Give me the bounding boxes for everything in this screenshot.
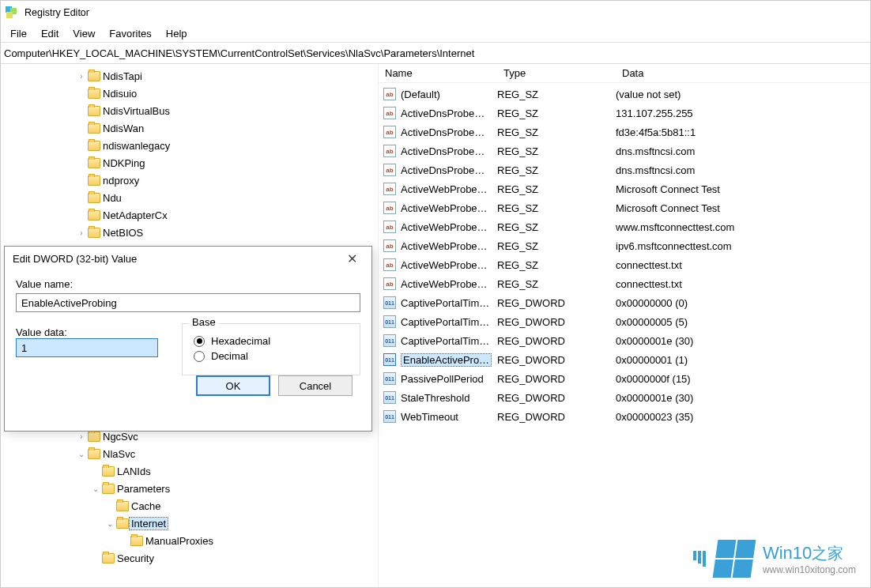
value-row[interactable]: abActiveWebProbe…REG_SZwww.msftconnectte… [379, 217, 870, 236]
ok-button[interactable]: OK [196, 375, 270, 396]
menu-help[interactable]: Help [160, 26, 194, 41]
value-type: REG_DWORD [497, 297, 616, 309]
value-row[interactable]: StaleThresholdREG_DWORD0x0000001e (30) [379, 388, 870, 407]
tree-item[interactable]: ›NetBIOS [1, 224, 378, 241]
tree-item[interactable]: ›ndproxy [1, 172, 378, 189]
value-data: dns.msftncsi.com [616, 164, 870, 176]
menu-edit[interactable]: Edit [35, 26, 65, 41]
tree-item[interactable]: ⌄NlaSvc [1, 445, 378, 462]
value-row[interactable]: abActiveDnsProbe…REG_SZ131.107.255.255 [379, 104, 870, 122]
tree-item[interactable]: ›LANIds [1, 462, 378, 480]
value-type: REG_DWORD [497, 392, 616, 404]
value-row[interactable]: abActiveDnsProbe…REG_SZdns.msftncsi.com [379, 160, 870, 179]
chevron-down-icon[interactable]: ⌄ [89, 484, 102, 493]
value-row[interactable]: abActiveWebProbe…REG_SZconnecttest.txt [379, 255, 870, 274]
base-groupbox: Base Hexadecimal Decimal [182, 323, 360, 375]
value-data: connecttest.txt [616, 259, 870, 271]
tree-item[interactable]: ›NdisTapi [1, 67, 378, 85]
chevron-down-icon[interactable]: ⌄ [104, 519, 116, 528]
value-row[interactable]: abActiveDnsProbe…REG_SZfd3e:4f5a:5b81::1 [379, 122, 870, 141]
value-data: 0x00000000 (0) [616, 297, 870, 309]
radio-hexadecimal[interactable]: Hexadecimal [194, 335, 349, 347]
value-data: ipv6.msftconnecttest.com [616, 240, 870, 252]
header-name[interactable]: Name [379, 67, 497, 79]
value-name: ActiveDnsProbe… [401, 145, 485, 157]
value-data-input[interactable] [16, 338, 158, 357]
value-name: PassivePollPeriod [401, 373, 484, 385]
tree-item[interactable]: ›ManualProxies [1, 532, 378, 549]
radio-dec-label: Decimal [211, 350, 248, 362]
value-data: www.msftconnecttest.com [616, 221, 870, 233]
address-path: Computer\HKEY_LOCAL_MACHINE\SYSTEM\Curre… [4, 47, 474, 59]
value-type: REG_SZ [497, 221, 616, 233]
value-type: REG_DWORD [497, 373, 616, 385]
value-type: REG_DWORD [497, 354, 616, 366]
tree-item-label: Parameters [115, 482, 172, 496]
value-type: REG_SZ [497, 145, 616, 157]
value-row[interactable]: CaptivePortalTim…REG_DWORD0x0000001e (30… [379, 331, 870, 350]
value-type: REG_SZ [497, 240, 616, 252]
folder-icon [116, 501, 129, 511]
folder-icon [88, 193, 100, 203]
watermark-brand-zh: 之家 [812, 545, 843, 562]
tree-item[interactable]: ›Ndu [1, 189, 378, 206]
reg-sz-icon: ab [383, 164, 396, 176]
value-name: CaptivePortalTim… [401, 316, 489, 328]
folder-icon [88, 175, 100, 186]
radio-decimal[interactable]: Decimal [194, 350, 349, 362]
value-row[interactable]: abActiveDnsProbe…REG_SZdns.msftncsi.com [379, 141, 870, 160]
edit-dword-dialog: Edit DWORD (32-bit) Value ✕ Value name: … [4, 246, 372, 432]
tree-item-label: ManualProxies [143, 534, 216, 548]
address-bar[interactable]: Computer\HKEY_LOCAL_MACHINE\SYSTEM\Curre… [1, 42, 870, 64]
value-row[interactable]: CaptivePortalTim…REG_DWORD0x00000000 (0) [379, 293, 870, 312]
tree-item[interactable]: ⌄Internet [1, 514, 378, 532]
tree-item[interactable]: ›NdisWan [1, 119, 378, 137]
value-row[interactable]: EnableActivePro…REG_DWORD0x00000001 (1) [379, 350, 870, 369]
value-name: ActiveDnsProbe… [401, 107, 485, 119]
reg-dword-icon [383, 372, 396, 385]
reg-dword-icon [383, 334, 396, 347]
value-data: 0x0000001e (30) [616, 335, 870, 347]
value-row[interactable]: abActiveWebProbe…REG_SZconnecttest.txt [379, 274, 870, 293]
value-name-input[interactable] [16, 293, 360, 312]
value-row[interactable]: PassivePollPeriodREG_DWORD0x0000000f (15… [379, 369, 870, 388]
value-type: REG_DWORD [497, 411, 616, 423]
value-row[interactable]: abActiveWebProbe…REG_SZMicrosoft Connect… [379, 179, 870, 198]
value-row[interactable]: abActiveWebProbe…REG_SZipv6.msftconnectt… [379, 236, 870, 255]
chevron-down-icon[interactable]: ⌄ [75, 450, 88, 458]
value-type: REG_SZ [497, 259, 616, 271]
tree-item-label: Ndu [100, 191, 124, 205]
watermark-brand: Win10 [763, 543, 812, 563]
tree-item[interactable]: ⌄Parameters [1, 480, 378, 497]
value-name: CaptivePortalTim… [401, 297, 489, 309]
value-name: ActiveWebProbe… [401, 221, 488, 233]
chevron-right-icon[interactable]: › [75, 432, 88, 441]
cancel-button[interactable]: Cancel [278, 375, 353, 396]
menu-favorites[interactable]: Favorites [103, 26, 157, 41]
value-data: 0x0000000f (15) [616, 373, 870, 385]
value-row[interactable]: ab(Default)REG_SZ(value not set) [379, 85, 870, 104]
value-row[interactable]: CaptivePortalTim…REG_DWORD0x00000005 (5) [379, 312, 870, 331]
header-data[interactable]: Data [616, 67, 870, 79]
value-row[interactable]: abActiveWebProbe…REG_SZMicrosoft Connect… [379, 198, 870, 217]
folder-icon [88, 141, 100, 151]
tree-item[interactable]: ›Security [1, 549, 378, 567]
dialog-close-button[interactable]: ✕ [341, 250, 364, 268]
value-row[interactable]: WebTimeoutREG_DWORD0x00000023 (35) [379, 407, 870, 426]
menu-view[interactable]: View [66, 26, 101, 41]
header-type[interactable]: Type [497, 67, 616, 79]
tree-item[interactable]: ›NdisVirtualBus [1, 102, 378, 119]
chevron-right-icon[interactable]: › [75, 228, 88, 237]
value-name: CaptivePortalTim… [401, 335, 489, 347]
tree-item[interactable]: ›Ndisuio [1, 85, 378, 102]
folder-icon [116, 518, 129, 529]
tree-item[interactable]: ›NetAdapterCx [1, 206, 378, 224]
menu-file[interactable]: File [4, 26, 33, 41]
value-name: (Default) [401, 89, 440, 100]
tree-item[interactable]: ›ndiswanlegacy [1, 137, 378, 154]
reg-dword-icon [383, 315, 396, 328]
tree-item[interactable]: ›NDKPing [1, 154, 378, 172]
chevron-right-icon[interactable]: › [75, 72, 88, 81]
tree-item[interactable]: ›Cache [1, 497, 378, 514]
regedit-icon [6, 6, 18, 19]
